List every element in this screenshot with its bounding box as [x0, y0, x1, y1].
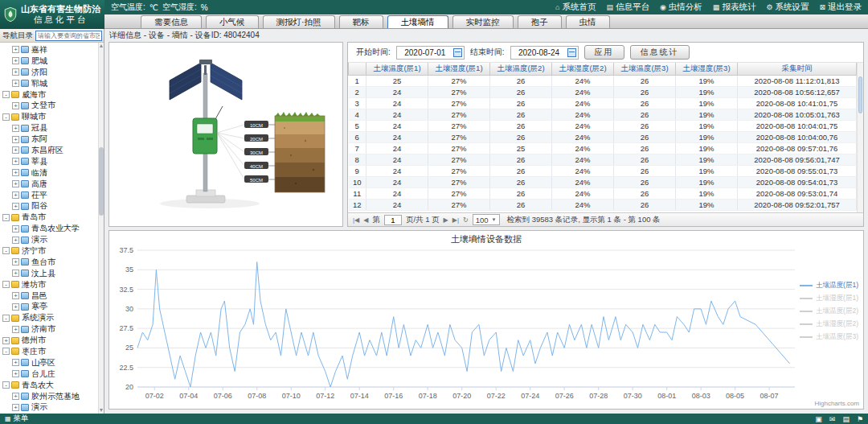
tree-item[interactable]: +汶上县	[2, 268, 96, 279]
end-date-input[interactable]	[513, 48, 566, 57]
tree-item[interactable]: +嘉祥	[2, 44, 96, 56]
menu-item-report-stats[interactable]: ▦报表统计	[713, 2, 756, 13]
expand-icon[interactable]: +	[12, 146, 19, 154]
tree-item[interactable]: -青岛市	[2, 212, 96, 223]
menu-button[interactable]: ▦ 菜单	[5, 414, 29, 424]
expand-icon[interactable]: +	[12, 158, 19, 165]
tree-item[interactable]: -济宁市	[2, 245, 96, 257]
table-row[interactable]: 122427%2624%2619%2020-08-08 09:52:01,757	[349, 199, 857, 210]
legend-item[interactable]: 土壤温度(层3)	[800, 332, 858, 342]
tab-realtime-monitor[interactable]: 实时监控	[452, 15, 514, 28]
tab-soil-moisture[interactable]: 土壤墒情	[387, 15, 448, 28]
expand-icon[interactable]: +	[12, 270, 19, 277]
table-row[interactable]: 42427%2624%2619%2020-08-08 10:05:01,763	[349, 109, 857, 120]
expand-icon[interactable]: +	[12, 169, 19, 176]
prev-page-button[interactable]: ◀	[363, 216, 368, 224]
table-row[interactable]: 52427%2624%2619%2020-08-08 10:04:01,75	[349, 120, 857, 131]
table-row[interactable]: 22427%2624%2619%2020-08-08 10:56:12,657	[349, 86, 857, 97]
expand-icon[interactable]: +	[12, 203, 19, 210]
sidebar-scroll-thumb[interactable]	[99, 147, 104, 216]
tree-item[interactable]: -枣庄市	[2, 346, 96, 357]
collapse-icon[interactable]: -	[2, 348, 10, 355]
legend-item[interactable]: 土壤温度(层1)	[800, 281, 858, 290]
table-row[interactable]: 12527%2624%2619%2020-08-08 11:12:01,813	[349, 75, 857, 86]
tab-target[interactable]: 靶标	[339, 15, 383, 28]
expand-icon[interactable]: +	[12, 225, 19, 233]
tab-lamp-photo[interactable]: 测报灯·拍照	[263, 15, 335, 28]
tree-item[interactable]: +郓城	[2, 78, 96, 89]
menu-item-system-settings[interactable]: ⚙系统设置	[766, 2, 809, 13]
tree-item[interactable]: +冠县	[2, 122, 96, 134]
tree-item[interactable]: +济南市	[2, 323, 96, 335]
tree-item[interactable]: +昌邑	[2, 290, 96, 302]
column-header[interactable]: 土壤湿度(层2)	[552, 63, 614, 75]
info-stats-button[interactable]: 信息统计	[630, 45, 690, 60]
expand-icon[interactable]: +	[12, 404, 19, 411]
collapse-icon[interactable]: -	[2, 381, 10, 389]
expand-icon[interactable]: +	[12, 258, 19, 266]
tree-item[interactable]: +东昌府区	[2, 145, 96, 156]
collapse-icon[interactable]: -	[2, 281, 10, 288]
table-row[interactable]: 112427%2624%2619%2020-08-08 09:53:01,74	[349, 187, 857, 199]
tree-item[interactable]: +台儿庄	[2, 368, 96, 380]
expand-icon[interactable]: +	[12, 292, 19, 299]
calendar-icon[interactable]	[567, 48, 576, 57]
tree-item[interactable]: +高唐	[2, 179, 96, 190]
expand-icon[interactable]: +	[12, 370, 19, 377]
tab-spore[interactable]: 孢子	[518, 15, 562, 28]
expand-icon[interactable]: +	[12, 136, 19, 143]
sidebar-scrollbar[interactable]	[98, 43, 104, 414]
tree-item[interactable]: +演示	[2, 234, 96, 245]
expand-icon[interactable]: +	[12, 180, 19, 187]
tab-pest[interactable]: 虫情	[566, 15, 610, 28]
tree-item[interactable]: -威海市	[2, 89, 96, 101]
flag-icon[interactable]: ⚑	[857, 415, 863, 423]
last-page-button[interactable]: ▶|	[452, 216, 459, 224]
tree-item[interactable]: +德州市	[2, 335, 96, 346]
calculator-icon[interactable]: ▤	[842, 415, 850, 423]
expand-icon[interactable]: +	[12, 237, 19, 244]
tree-item[interactable]: +演示	[2, 402, 96, 414]
tree-item[interactable]: -青岛农大	[2, 380, 96, 391]
tree-item[interactable]: +山亭区	[2, 357, 96, 368]
table-row[interactable]: 32427%2624%2619%2020-08-08 10:41:01,75	[349, 97, 857, 109]
column-header[interactable]: 土壤湿度(层1)	[428, 63, 490, 75]
expand-icon[interactable]: +	[12, 303, 19, 311]
calendar-icon[interactable]	[453, 48, 462, 57]
menu-item-home[interactable]: ⌂系统首页	[555, 2, 596, 13]
legend-item[interactable]: 土壤温度(层2)	[800, 307, 858, 316]
column-header[interactable]: 土壤温度(层1)	[366, 63, 428, 75]
column-header[interactable]	[349, 63, 366, 75]
page-number-input[interactable]	[384, 215, 402, 225]
expand-icon[interactable]: +	[12, 393, 19, 400]
tree-item[interactable]: +肥城	[2, 56, 96, 67]
table-row[interactable]: 82427%2624%2619%2020-08-08 09:56:01,747	[349, 154, 857, 165]
tree-item[interactable]: +寒亭	[2, 301, 96, 312]
expand-icon[interactable]: +	[12, 102, 19, 109]
apply-button[interactable]: 应用	[584, 45, 624, 60]
legend-item[interactable]: 土壤湿度(层1)	[800, 294, 858, 303]
mail-icon[interactable]: ✉	[829, 415, 836, 423]
expand-icon[interactable]: +	[12, 125, 19, 132]
column-header[interactable]: 土壤温度(层3)	[614, 63, 676, 75]
tree-item[interactable]: +胶州示范基地	[2, 391, 96, 402]
collapse-icon[interactable]: -	[2, 315, 10, 322]
tree-item[interactable]: +莘县	[2, 156, 96, 167]
table-row[interactable]: 92427%2624%2619%2020-08-08 09:55:01,73	[349, 165, 857, 176]
expand-icon[interactable]: +	[2, 337, 10, 344]
tree-item[interactable]: -聊城市	[2, 111, 96, 122]
collapse-icon[interactable]: -	[2, 113, 10, 121]
column-header[interactable]: 土壤温度(层2)	[490, 63, 552, 75]
table-row[interactable]: 62427%2624%2619%2020-08-08 10:04:00,76	[349, 131, 857, 142]
tree-item[interactable]: -系统演示	[2, 312, 96, 323]
monitor-icon[interactable]: ▣	[815, 415, 822, 423]
table-scrollbar[interactable]	[857, 63, 863, 212]
table-row[interactable]: 72427%2524%2619%2020-08-08 09:57:01,76	[349, 142, 857, 154]
collapse-icon[interactable]: -	[2, 91, 10, 98]
tree-item[interactable]: +鱼台市	[2, 257, 96, 268]
expand-icon[interactable]: +	[12, 359, 19, 366]
start-date-input[interactable]	[399, 48, 452, 57]
menu-item-logout[interactable]: ⊠退出登录	[819, 2, 862, 13]
table-scroll-thumb[interactable]	[858, 76, 862, 113]
column-header[interactable]: 采集时间	[738, 63, 857, 75]
